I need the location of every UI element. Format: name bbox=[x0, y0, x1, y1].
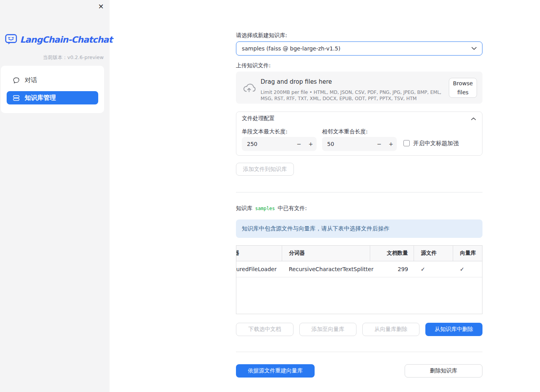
stacked-bars-icon bbox=[13, 95, 20, 101]
upload-cloud-icon bbox=[243, 83, 256, 93]
kb-name-code: samples bbox=[255, 206, 275, 211]
overlap-input[interactable]: 50 − + bbox=[322, 137, 397, 151]
cell-doc-count: 299 bbox=[370, 261, 414, 277]
sidebar: × LangChain-Chatchat 当前版本：v0.2.6-preview… bbox=[0, 0, 110, 392]
upload-label: 上传知识文件: bbox=[236, 62, 271, 69]
sidebar-item-label: 对话 bbox=[25, 76, 37, 85]
plus-stepper-button[interactable]: + bbox=[385, 137, 397, 151]
max-length-label: 单段文本最大长度: bbox=[242, 128, 288, 135]
chat-bubble-icon bbox=[13, 77, 20, 84]
version-text: 当前版本：v0.2.6-preview bbox=[43, 54, 104, 61]
delete-from-vectorstore-button[interactable]: 从向量库删除 bbox=[362, 323, 419, 336]
cell-source-file-check: ✓ bbox=[414, 261, 453, 277]
kb-select-label: 请选择或新建知识库: bbox=[236, 32, 287, 39]
info-alert: 知识库中包含源文件与向量库，请从下表中选择文件后操作 bbox=[236, 219, 482, 238]
cell-loader: UnstructuredFileLoader bbox=[236, 261, 282, 277]
download-selected-button[interactable]: 下载选中文档 bbox=[236, 323, 293, 336]
plus-stepper-button[interactable]: + bbox=[305, 137, 317, 151]
add-to-vectorstore-button[interactable]: 添加至向量库 bbox=[299, 323, 356, 336]
sidebar-item-label: 知识库管理 bbox=[25, 94, 56, 102]
kb-files-table: 文档加载器 分词器 文档数量 源文件 向量库 UnstructuredFileL… bbox=[236, 245, 482, 314]
minus-stepper-button[interactable]: − bbox=[293, 137, 305, 151]
table-row[interactable]: UnstructuredFileLoader RecursiveCharacte… bbox=[236, 261, 482, 277]
kb-select[interactable]: samples (faiss @ bge-large-zh-v1.5) bbox=[236, 41, 482, 56]
zh-title-checkbox-label: 开启中文标题加强 bbox=[413, 140, 459, 147]
dropzone-limit-text: Limit 200MB per file • HTML, MD, JSON, C… bbox=[261, 89, 448, 102]
chevron-up-icon bbox=[471, 117, 476, 120]
app-title: LangChain-Chatchat bbox=[20, 35, 112, 45]
max-length-value: 250 bbox=[242, 141, 293, 147]
column-header-splitter[interactable]: 分词器 bbox=[282, 246, 370, 261]
sidebar-menu: 对话 知识库管理 bbox=[1, 66, 104, 113]
file-config-expander: 文件处理配置 单段文本最大长度: 相邻文本重合长度: 250 − + 50 − … bbox=[236, 111, 482, 156]
kb-files-heading: 知识库 samples 中已有文件: bbox=[236, 205, 307, 212]
overlap-label: 相邻文本重合长度: bbox=[322, 128, 368, 135]
cell-vector-store-check: ✓ bbox=[453, 261, 482, 277]
add-files-button[interactable]: 添加文件到知识库 bbox=[236, 163, 294, 176]
overlap-value: 50 bbox=[322, 141, 373, 147]
divider bbox=[236, 192, 482, 192]
zh-title-checkbox[interactable] bbox=[403, 140, 410, 146]
delete-from-kb-button[interactable]: 从知识库中删除 bbox=[425, 323, 482, 336]
delete-kb-button[interactable]: 删除知识库 bbox=[405, 364, 482, 378]
browse-files-button[interactable]: Browse files bbox=[449, 78, 477, 98]
max-length-input[interactable]: 250 − + bbox=[242, 137, 317, 151]
file-config-expander-header[interactable]: 文件处理配置 bbox=[236, 112, 482, 125]
sidebar-item-knowledge-base[interactable]: 知识库管理 bbox=[7, 91, 98, 104]
dropzone-title: Drag and drop files here bbox=[261, 78, 332, 85]
app-logo: LangChain-Chatchat bbox=[5, 34, 112, 45]
minus-stepper-button[interactable]: − bbox=[373, 137, 385, 151]
rebuild-vectorstore-button[interactable]: 依据源文件重建向量库 bbox=[236, 364, 315, 378]
table-header-row: 文档加载器 分词器 文档数量 源文件 向量库 bbox=[236, 246, 482, 261]
sidebar-item-dialogue[interactable]: 对话 bbox=[7, 74, 98, 87]
column-header-source-file[interactable]: 源文件 bbox=[414, 246, 453, 261]
column-header-vector-store[interactable]: 向量库 bbox=[453, 246, 482, 261]
chevron-down-icon bbox=[472, 47, 477, 50]
cell-splitter: RecursiveCharacterTextSplitter bbox=[282, 261, 370, 277]
column-header-doc-count[interactable]: 文档数量 bbox=[370, 246, 414, 261]
main-content: 请选择或新建知识库: samples (faiss @ bge-large-zh… bbox=[236, 0, 482, 392]
close-icon[interactable]: × bbox=[97, 2, 105, 11]
file-config-title: 文件处理配置 bbox=[242, 115, 275, 122]
divider bbox=[236, 352, 482, 352]
file-dropzone[interactable]: Drag and drop files here Limit 200MB per… bbox=[236, 72, 482, 104]
column-header-loader[interactable]: 文档加载器 bbox=[236, 246, 282, 261]
kb-select-value: samples (faiss @ bge-large-zh-v1.5) bbox=[242, 45, 340, 52]
chat-smiley-logo-icon bbox=[5, 34, 17, 45]
